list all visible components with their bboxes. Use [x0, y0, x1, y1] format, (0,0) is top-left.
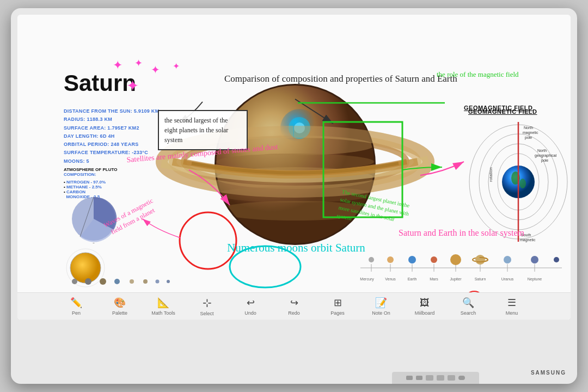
- math-label: Math Tools: [151, 310, 175, 316]
- svg-point-27: [100, 278, 106, 285]
- svg-text:Uranus: Uranus: [501, 277, 514, 281]
- svg-text:Earth: Earth: [408, 277, 417, 281]
- svg-text:Jupiter: Jupiter: [450, 277, 462, 281]
- svg-text:magnetic: magnetic: [523, 131, 538, 135]
- moons-annotation: Numerous moons orbit Saturn: [227, 241, 365, 255]
- search-icon: 🔍: [462, 297, 474, 309]
- toolbar-math[interactable]: 📐 Math Tools: [142, 293, 185, 320]
- hdmi-port-1: [437, 375, 444, 381]
- saturn-earth-annotation: Saturn and Earth in the solar system: [399, 227, 524, 239]
- nitrogen-info: NITROGEN - 97.0%: [66, 180, 106, 185]
- geomagnetic-field-label: GEOMAGNETIC FIELD: [468, 108, 537, 115]
- svg-text:Mercury: Mercury: [360, 277, 374, 281]
- toolbar-select[interactable]: ⊹ Select: [185, 293, 229, 320]
- pages-label: Pages: [330, 310, 345, 316]
- solar-system-diagram-left: [64, 246, 173, 290]
- svg-point-68: [387, 256, 394, 263]
- usb-c-port: [458, 376, 465, 380]
- svg-text:pole: pole: [541, 158, 548, 163]
- svg-text:pole: pole: [525, 136, 532, 140]
- geomagnetic-diagram: GEOMAGNETIC FIELD: [464, 105, 571, 235]
- usb-port-2: [416, 376, 422, 380]
- whiteboard-canvas[interactable]: ✦ ✦ ✦ ✦ Saturn ✦ DISTANCE FROM THE SUN: …: [17, 15, 571, 320]
- svg-point-30: [143, 279, 148, 284]
- toolbar-pages[interactable]: ⊞ Pages: [316, 293, 359, 320]
- toolbar-miilboard[interactable]: 🖼 Miilboard: [403, 293, 446, 320]
- svg-text:geographical: geographical: [535, 154, 557, 158]
- monitor-frame: ✦ ✦ ✦ ✦ Saturn ✦ DISTANCE FROM THE SUN: …: [11, 8, 577, 384]
- menu-label: Menu: [506, 310, 518, 316]
- ethernet-port: [426, 375, 433, 381]
- port-bar: [392, 372, 479, 384]
- day-length-info: DAY LENGTH: 6d 4h: [64, 132, 159, 140]
- svg-text:Mars: Mars: [430, 277, 438, 281]
- svg-text:rotation: rotation: [488, 167, 493, 182]
- miilboard-icon: 🖼: [420, 297, 430, 309]
- undo-icon: ↩: [247, 297, 255, 309]
- redo-label: Redo: [288, 310, 300, 316]
- toolbar-pen[interactable]: ✏️ Pen: [54, 293, 98, 320]
- toolbar-undo[interactable]: ↩ Undo: [229, 293, 272, 320]
- redo-icon: ↪: [290, 297, 298, 309]
- palette-icon: 🎨: [114, 297, 126, 309]
- pages-icon: ⊞: [334, 297, 342, 309]
- miilboard-label: Miilboard: [415, 310, 435, 316]
- svg-point-26: [85, 278, 91, 285]
- monitor-screen: ✦ ✦ ✦ ✦ Saturn ✦ DISTANCE FROM THE SUN: …: [17, 15, 571, 320]
- svg-point-70: [431, 256, 437, 263]
- methane-info: METHANE - 2.5%: [66, 185, 102, 189]
- svg-point-76: [531, 256, 538, 264]
- svg-point-67: [369, 257, 374, 262]
- pen-label: Pen: [72, 310, 81, 316]
- surface-area-info: SURFACE AREA: 1.795E7 km2: [64, 124, 159, 132]
- usb-port-1: [406, 376, 413, 380]
- svg-text:North: North: [524, 126, 533, 130]
- undo-label: Undo: [244, 310, 256, 316]
- comparison-heading: Comparison of composition and properties…: [224, 72, 457, 86]
- noteon-label: Note On: [372, 310, 390, 316]
- palette-label: Palette: [112, 310, 127, 316]
- svg-text:✦: ✦: [151, 64, 160, 76]
- svg-text:Neptune: Neptune: [528, 277, 542, 281]
- svg-point-75: [504, 256, 511, 264]
- toolbar-palette[interactable]: 🎨 Palette: [98, 293, 142, 320]
- svg-point-23: [70, 253, 101, 283]
- solar-system-row: Mercury Venus Earth Mars Jupiter Saturn …: [355, 249, 567, 290]
- saturn-title-text: Saturn: [64, 70, 136, 96]
- samsung-logo: SAMSUNG: [531, 370, 566, 376]
- svg-text:0: 0: [93, 242, 95, 243]
- svg-text:Venus: Venus: [385, 277, 396, 281]
- select-label: Select: [200, 311, 213, 316]
- toolbar-redo[interactable]: ↪ Redo: [272, 293, 316, 320]
- toolbar-noteon[interactable]: 📝 Note On: [359, 293, 403, 320]
- noteon-icon: 📝: [375, 297, 387, 309]
- svg-text:✦: ✦: [173, 62, 180, 71]
- svg-point-73: [475, 255, 485, 265]
- orbital-period-info: ORBITAL PERIOD: 248 years: [64, 140, 159, 149]
- toolbar-search[interactable]: 🔍 Search: [446, 293, 490, 320]
- svg-point-32: [167, 280, 170, 283]
- saturn-title: ✦ ✦ ✦ ✦ Saturn ✦: [64, 58, 205, 99]
- radius-info: RADIUS: 1188.3 km: [64, 115, 159, 124]
- second-largest-box: the second largest of the eight planets …: [158, 110, 248, 150]
- svg-point-25: [72, 279, 77, 284]
- svg-point-69: [408, 256, 416, 264]
- distance-info: DISTANCE FROM THE SUN: 5.9109 km: [64, 107, 159, 115]
- hdmi-port-2: [448, 375, 455, 381]
- svg-point-29: [130, 279, 134, 284]
- toolbar-menu[interactable]: ☰ Menu: [490, 293, 534, 320]
- svg-text:✦: ✦: [134, 58, 143, 69]
- svg-point-39: [519, 179, 526, 188]
- toolbar: ✏️ Pen 🎨 Palette 📐 Math Tools ⊹ Select ↩: [17, 292, 571, 320]
- math-icon: 📐: [157, 297, 169, 309]
- pen-icon: ✏️: [70, 297, 82, 309]
- magnetic-role-annotation: the role of the magnetic field: [437, 69, 519, 80]
- svg-text:Saturn: Saturn: [475, 277, 486, 281]
- svg-point-77: [554, 257, 559, 262]
- svg-text:✦: ✦: [126, 77, 139, 94]
- svg-point-31: [156, 280, 160, 284]
- svg-text:North: North: [537, 149, 547, 152]
- svg-point-28: [114, 279, 120, 284]
- menu-icon: ☰: [507, 297, 516, 309]
- svg-point-71: [450, 254, 461, 265]
